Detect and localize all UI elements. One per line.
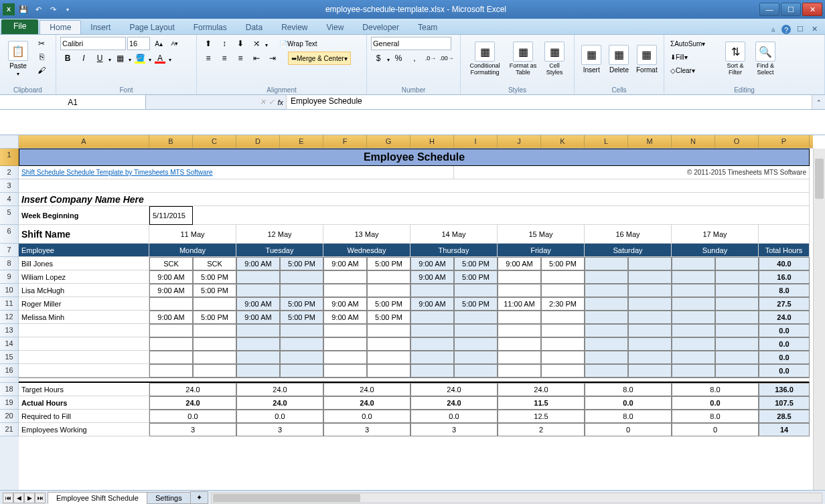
cell[interactable] xyxy=(628,257,672,270)
cell[interactable]: 16 May xyxy=(585,225,672,244)
vertical-scrollbar[interactable] xyxy=(813,149,825,490)
cell[interactable]: 27.5 xyxy=(759,297,810,311)
cell[interactable]: 9:00 AM xyxy=(410,297,454,311)
cancel-formula-icon[interactable]: ✕ xyxy=(260,98,266,106)
cell[interactable] xyxy=(323,324,367,337)
cell[interactable] xyxy=(193,351,236,364)
cell[interactable] xyxy=(367,324,410,337)
scrollbar-thumb[interactable] xyxy=(815,159,824,199)
cell[interactable] xyxy=(193,364,236,377)
cell[interactable]: 0 xyxy=(585,423,672,436)
number-format-select[interactable] xyxy=(371,37,451,50)
hscroll-thumb[interactable] xyxy=(213,494,360,502)
find-select-button[interactable]: 🔍Find & Select xyxy=(751,37,779,81)
cell[interactable]: Employees Working xyxy=(19,423,149,436)
cell[interactable] xyxy=(367,337,410,351)
align-bottom-icon[interactable]: ⬇ xyxy=(233,37,248,50)
fill-button[interactable]: ⬇ Fill ▾ xyxy=(668,50,719,64)
tab-team[interactable]: Team xyxy=(408,21,447,34)
cell[interactable] xyxy=(715,284,759,297)
row-header[interactable]: 9 xyxy=(0,270,19,284)
align-right-icon[interactable]: ≡ xyxy=(233,52,248,65)
conditional-formatting-button[interactable]: ▦Conditional Formatting xyxy=(465,37,505,81)
formula-input[interactable]: Employee Schedule xyxy=(287,95,812,109)
cell[interactable] xyxy=(236,337,280,351)
cell[interactable]: 5:00 PM xyxy=(193,284,236,297)
cut-icon[interactable]: ✂ xyxy=(34,37,49,50)
cell[interactable] xyxy=(280,351,323,364)
cell[interactable]: 8.0 xyxy=(585,383,672,396)
paste-button[interactable]: 📋 Paste ▾ xyxy=(4,37,32,81)
clear-button[interactable]: ◇ Clear ▾ xyxy=(668,64,719,77)
cell[interactable] xyxy=(280,364,323,377)
cell[interactable]: Week Beginning xyxy=(19,206,149,225)
cell[interactable]: 5:00 PM xyxy=(367,297,410,311)
cell[interactable] xyxy=(585,270,628,284)
cell[interactable]: 16.0 xyxy=(759,270,810,284)
cell[interactable] xyxy=(410,337,454,351)
cell[interactable]: Lisa McHugh xyxy=(19,284,149,297)
name-box[interactable]: A1 xyxy=(0,95,146,109)
cell[interactable]: 2 xyxy=(498,423,585,436)
cell[interactable] xyxy=(628,351,672,364)
cell[interactable] xyxy=(628,297,672,311)
copy-icon[interactable]: ⎘ xyxy=(34,50,49,64)
help-icon[interactable]: ? xyxy=(781,25,791,34)
sheet-title-cell[interactable]: Employee Schedule xyxy=(19,149,810,166)
row-header[interactable]: 14 xyxy=(0,337,19,351)
cell[interactable] xyxy=(715,337,759,351)
decrease-indent-icon[interactable]: ⇤ xyxy=(249,52,264,65)
column-header-N[interactable]: N xyxy=(672,135,715,148)
cell[interactable] xyxy=(454,364,498,377)
cell[interactable]: 40.0 xyxy=(759,257,810,270)
minimize-ribbon-icon[interactable]: ▵ xyxy=(769,24,777,34)
row-header[interactable]: 20 xyxy=(0,410,19,423)
cell[interactable] xyxy=(672,257,715,270)
row-header[interactable]: 4 xyxy=(0,193,19,206)
row-header[interactable]: 2 xyxy=(0,166,19,179)
cell[interactable]: 11:00 AM xyxy=(498,297,541,311)
column-header-A[interactable]: A xyxy=(19,135,149,148)
cell[interactable]: Saturday xyxy=(585,244,672,257)
cell[interactable]: 107.5 xyxy=(759,396,810,410)
cell[interactable]: 5:00 PM xyxy=(280,297,323,311)
cell[interactable] xyxy=(149,364,193,377)
cell[interactable]: 5:00 PM xyxy=(454,270,498,284)
cell[interactable] xyxy=(19,351,149,364)
cell[interactable] xyxy=(454,311,498,324)
column-header-L[interactable]: L xyxy=(585,135,628,148)
cell[interactable] xyxy=(585,284,628,297)
font-size-select[interactable] xyxy=(127,37,150,50)
copyright-cell[interactable]: © 2011-2015 Timesheets MTS Software xyxy=(454,166,810,179)
cell[interactable]: Monday xyxy=(149,244,236,257)
row-header[interactable]: 21 xyxy=(0,423,19,436)
decrease-font-icon[interactable]: A▾ xyxy=(167,37,182,50)
cell[interactable] xyxy=(454,351,498,364)
column-header-E[interactable]: E xyxy=(280,135,323,148)
cell[interactable] xyxy=(410,311,454,324)
row-header[interactable]: 15 xyxy=(0,351,19,364)
cell[interactable]: Actual Hours xyxy=(19,396,149,410)
cell[interactable]: Wiliam Lopez xyxy=(19,270,149,284)
cells-area[interactable]: Employee ScheduleShift Schedule Schedule… xyxy=(19,149,813,490)
cell[interactable]: Sunday xyxy=(672,244,759,257)
select-all-corner[interactable] xyxy=(0,135,19,149)
cell[interactable] xyxy=(149,324,193,337)
cell[interactable]: 24.0 xyxy=(759,311,810,324)
align-left-icon[interactable]: ≡ xyxy=(201,52,216,65)
cell[interactable]: 0.0 xyxy=(323,410,410,423)
cell[interactable] xyxy=(585,351,628,364)
cell[interactable] xyxy=(454,337,498,351)
cell[interactable] xyxy=(410,284,454,297)
cell[interactable] xyxy=(236,351,280,364)
row-header[interactable]: 13 xyxy=(0,324,19,337)
cell[interactable] xyxy=(193,337,236,351)
cell[interactable]: 9:00 AM xyxy=(410,270,454,284)
cell[interactable]: 15 May xyxy=(498,225,585,244)
underline-button[interactable]: U xyxy=(92,52,107,65)
format-as-table-button[interactable]: ▦Format as Table xyxy=(507,37,539,81)
cell[interactable]: 8.0 xyxy=(759,284,810,297)
row-header[interactable]: 19 xyxy=(0,396,19,410)
row-header[interactable]: 11 xyxy=(0,297,19,311)
cell[interactable]: Tuesday xyxy=(236,244,323,257)
